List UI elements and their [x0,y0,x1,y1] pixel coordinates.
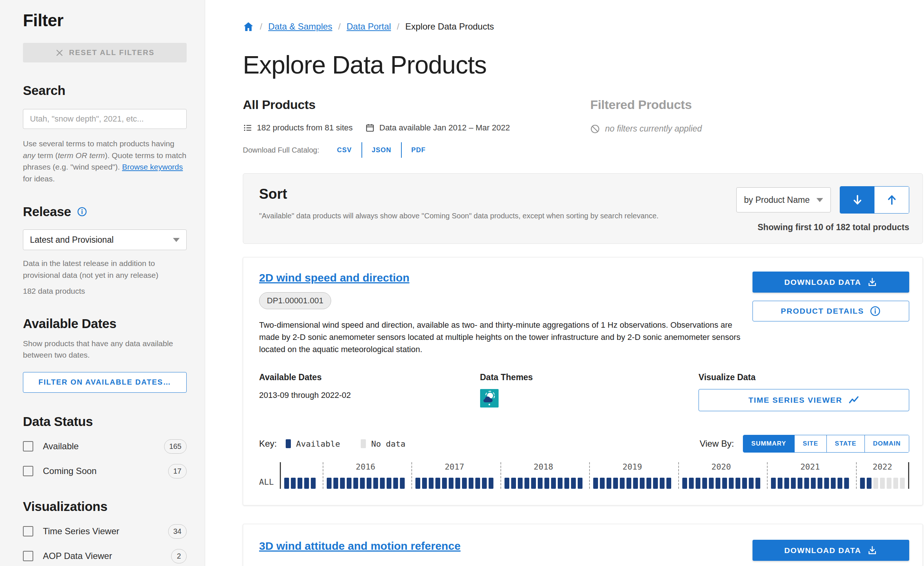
no-data-key-text: No data [371,439,405,449]
reset-all-filters-button[interactable]: RESET ALL FILTERS [23,43,187,63]
release-select[interactable]: Latest and Provisional [23,229,187,250]
view-by-domain-button[interactable]: DOMAIN [864,435,909,452]
timeline-year-label: 2019 [593,462,671,473]
breadcrumb-separator: / [338,21,341,32]
timeline-cell-available [340,478,345,489]
timeline-cell-available [531,478,536,489]
timeline-cell-available [304,478,309,489]
coming-soon-checkbox[interactable] [23,466,33,476]
timeline-cell-no-data [873,478,878,489]
timeline-cell-available [640,478,645,489]
atmosphere-theme-icon[interactable] [480,389,499,407]
sort-heading: Sort [259,186,673,202]
product-details-button[interactable]: PRODUCT DETAILS [753,301,909,322]
timeline-cell-no-data [900,478,905,489]
sort-by-value: by Product Name [744,195,810,205]
timeline-cell-available [564,478,569,489]
catalog-json-button[interactable]: JSON [362,146,401,154]
product-title-link[interactable]: 2D wind speed and direction [259,271,410,284]
timeline-cell-available [558,478,562,489]
view-by-state-button[interactable]: STATE [826,435,864,452]
timeline-cell-available [511,478,516,489]
timeline-cell-available [666,478,671,489]
aop-data-viewer-checkbox[interactable] [23,551,33,561]
search-input[interactable] [23,109,187,129]
timeline-cell-available [867,478,872,489]
timeline-cell-available [627,478,631,489]
data-themes-label: Data Themes [480,373,699,382]
sort-by-select[interactable]: by Product Name [736,187,831,213]
timeline-cell-available [702,478,707,489]
available-checkbox[interactable] [23,441,33,451]
timeline-cell-available [429,478,434,489]
prohibited-icon [590,124,600,134]
timeline-cell-available [689,478,694,489]
calendar-icon [365,123,375,133]
timeline-cell-available [784,478,789,489]
timeline-cell-available [844,478,849,489]
key-label: Key: [259,439,277,449]
timeline-cell-available [469,478,474,489]
viz-row-aop-data-viewer[interactable]: AOP Data Viewer 2 [23,549,187,563]
breadcrumb-link-data-portal[interactable]: Data Portal [346,21,391,32]
timeline-segment: 2017 [411,462,497,489]
timeline-cell-available [696,478,700,489]
time-series-viewer-button[interactable]: TIME SERIES VIEWER [699,389,909,411]
sort-ascending-button[interactable] [874,187,909,213]
timeline-cell-available [311,478,316,489]
products-count-stat: 182 products from 81 sites [243,123,352,133]
timeline-cell-available [831,478,836,489]
page-title: Explore Data Products [243,50,923,79]
view-by-site-button[interactable]: SITE [794,435,826,452]
catalog-csv-button[interactable]: CSV [327,146,362,154]
view-by-summary-button[interactable]: SUMMARY [743,435,794,452]
breadcrumb-link-data-samples[interactable]: Data & Samples [268,21,332,32]
filter-available-dates-button[interactable]: FILTER ON AVAILABLE DATES… [23,372,187,393]
product-title-link[interactable]: 3D wind attitude and motion reference [259,540,460,553]
download-data-button[interactable]: DOWNLOAD DATA [753,271,909,293]
timeline-cell-available [360,478,365,489]
timeline-cell-available [778,478,783,489]
data-status-row-coming-soon[interactable]: Coming Soon 17 [23,464,187,478]
home-icon[interactable] [243,21,254,32]
info-icon[interactable] [77,207,87,217]
timeline-cell-available [709,478,714,489]
download-icon [867,277,878,287]
download-data-button[interactable]: DOWNLOAD DATA [753,540,909,561]
product-card: 2D wind speed and direction DP1.00001.00… [243,257,923,505]
download-icon [867,545,878,556]
catalog-pdf-button[interactable]: PDF [402,146,435,154]
timeline-segment: 2020 [678,462,764,489]
timeline-cell-available [400,478,405,489]
timeline-cell-available [442,478,447,489]
viz-row-time-series-viewer[interactable]: Time Series Viewer 34 [23,524,187,539]
timeline-cell-available [811,478,816,489]
available-dates-label: Available Dates [259,373,480,382]
timeline-cell-available [551,478,556,489]
timeline-year-label: 2016 [327,462,405,473]
timeline-year-label: 2017 [416,462,494,473]
available-dates-heading: Available Dates [23,316,186,331]
reset-all-filters-label: RESET ALL FILTERS [69,48,154,57]
timeline-cell-available [291,478,296,489]
timeline-cell-available [489,478,494,489]
sort-descending-button[interactable] [840,187,874,213]
time-series-viewer-checkbox[interactable] [23,526,33,536]
timeline-cell-available [791,478,796,489]
data-status-row-available[interactable]: Available 165 [23,439,187,454]
available-dates-value: 2013-09 through 2022-02 [259,391,480,400]
filtered-products-heading: Filtered Products [590,97,702,112]
timeline-cell-available [353,478,358,489]
release-count: 182 data products [23,285,186,297]
timeline-segment: 2021 [767,462,852,489]
date-range-stat: Data available Jan 2012 – Mar 2022 [365,123,510,133]
timeline-segment: 2018 [501,462,586,489]
release-note: Data in the latest release in addition t… [23,258,187,281]
timeline-cell-available [367,478,372,489]
timeline-cell-available [422,478,427,489]
timeline-cell-available [387,478,392,489]
browse-keywords-link[interactable]: Browse keywords [122,163,183,171]
count-badge: 17 [168,464,187,478]
timeline-cell-available [373,478,378,489]
timeline-cell-available [742,478,747,489]
